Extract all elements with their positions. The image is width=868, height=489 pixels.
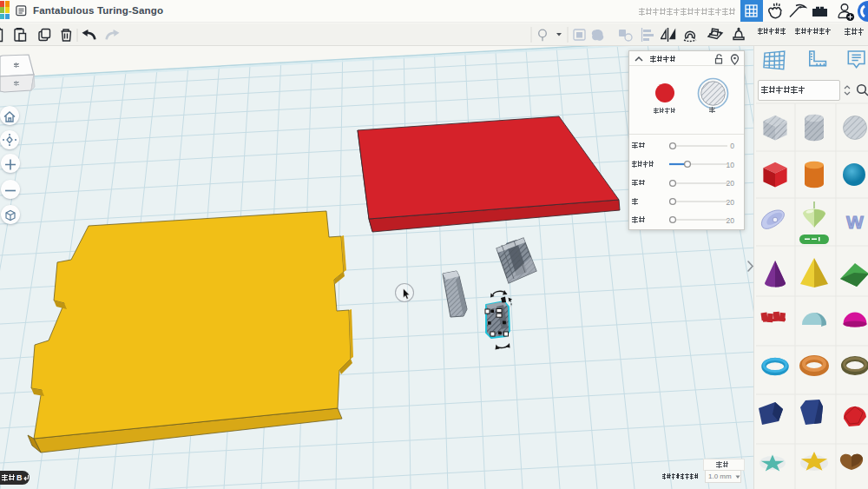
- svg-text:W: W: [846, 212, 864, 232]
